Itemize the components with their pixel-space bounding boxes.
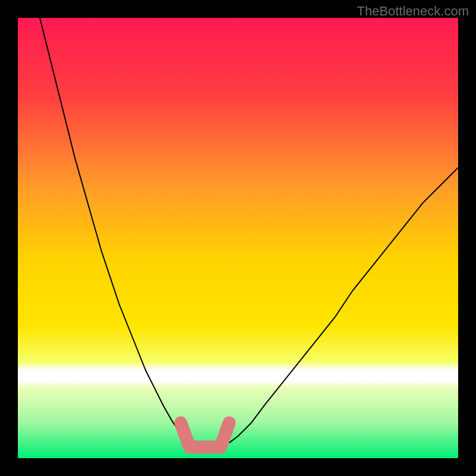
plot-area — [18, 18, 458, 458]
chart-svg — [18, 18, 458, 458]
chart-background — [18, 18, 458, 458]
watermark-text: TheBottleneck.com — [357, 4, 469, 19]
